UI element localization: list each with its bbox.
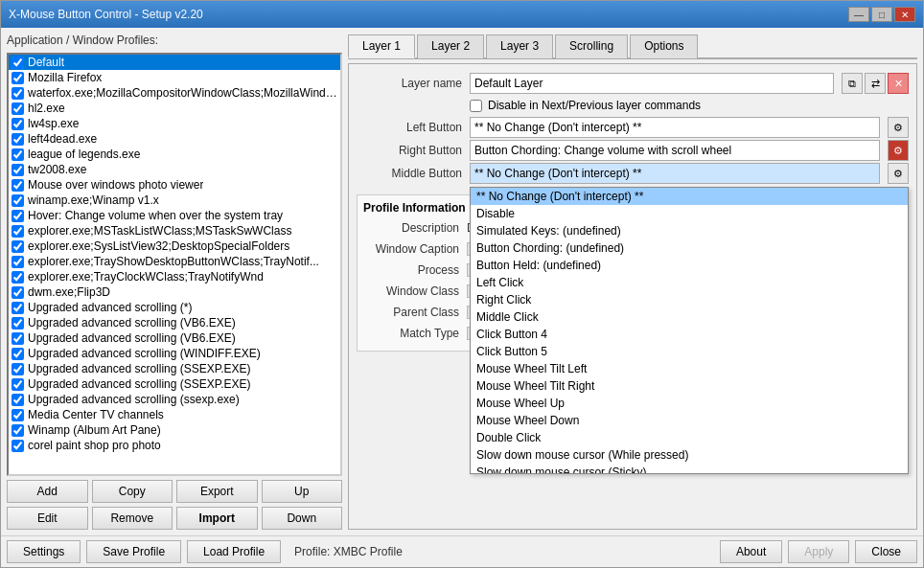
dropdown-option[interactable]: Click Button 4: [471, 326, 908, 343]
profile-checkbox[interactable]: [12, 87, 24, 100]
profile-list-item[interactable]: league of legends.exe: [9, 147, 340, 162]
profile-list-item[interactable]: explorer.exe;TrayShowDesktopButtonWClass…: [9, 254, 340, 269]
maximize-button[interactable]: □: [871, 7, 892, 22]
profile-list-item[interactable]: explorer.exe;SysListView32;DesktopSpecia…: [9, 239, 340, 254]
profile-checkbox[interactable]: [12, 72, 24, 84]
profile-checkbox[interactable]: [12, 133, 24, 146]
dropdown-list[interactable]: ** No Change (Don't intercept) **Disable…: [470, 187, 909, 474]
delete-layer-button[interactable]: ✕: [888, 73, 909, 94]
profile-checkbox[interactable]: [12, 256, 24, 268]
copy-layer-button[interactable]: ⧉: [842, 73, 863, 94]
apply-button[interactable]: Apply: [788, 540, 849, 563]
profile-checkbox[interactable]: [12, 409, 24, 421]
dropdown-option[interactable]: ** No Change (Don't intercept) **: [471, 188, 908, 205]
profile-list-item[interactable]: Media Center TV channels: [9, 407, 340, 422]
profile-checkbox[interactable]: [12, 102, 24, 115]
profile-list-item[interactable]: Upgraded advanced scrolling (VB6.EXE): [9, 330, 340, 346]
settings-icon-button[interactable]: ⚙: [888, 117, 909, 138]
profile-list-item[interactable]: Hover: Change volume when over the syste…: [9, 208, 340, 223]
dropdown-option[interactable]: Disable: [471, 205, 908, 222]
minimize-button[interactable]: —: [848, 7, 869, 22]
profile-checkbox[interactable]: [12, 164, 24, 176]
edit-button[interactable]: Edit: [7, 507, 88, 530]
profile-checkbox[interactable]: [12, 302, 24, 314]
profile-list-item[interactable]: corel paint shop pro photo: [9, 438, 340, 453]
about-button[interactable]: About: [720, 540, 782, 563]
dropdown-option[interactable]: Right Click: [471, 291, 908, 308]
profile-checkbox[interactable]: [12, 240, 24, 253]
switch-layer-button[interactable]: ⇄: [865, 73, 886, 94]
close-button[interactable]: Close: [855, 540, 917, 563]
profile-list-item[interactable]: Upgraded advanced scrolling (SSEXP.EXE): [9, 361, 340, 376]
profile-list-item[interactable]: explorer.exe;TrayClockWClass;TrayNotifyW…: [9, 269, 340, 284]
profile-checkbox[interactable]: [12, 424, 24, 437]
profile-list-item[interactable]: explorer.exe;MSTaskListWClass;MSTaskSwWC…: [9, 223, 340, 239]
close-window-button[interactable]: ✕: [894, 7, 915, 22]
profile-list-item[interactable]: left4dead.exe: [9, 131, 340, 147]
dropdown-option[interactable]: Simulated Keys: (undefined): [471, 222, 908, 239]
tab-scrolling[interactable]: Scrolling: [555, 34, 628, 58]
dropdown-option[interactable]: Double Click: [471, 429, 908, 446]
dropdown-option[interactable]: Middle Click: [471, 308, 908, 326]
profile-checkbox[interactable]: [12, 148, 24, 161]
dropdown-option[interactable]: Mouse Wheel Tilt Right: [471, 377, 908, 395]
dropdown-option[interactable]: Button Held: (undefined): [471, 257, 908, 274]
dropdown-option[interactable]: Left Click: [471, 274, 908, 291]
action-dropdown-2[interactable]: ** No Change (Don't intercept) **: [470, 163, 880, 184]
profile-checkbox[interactable]: [12, 286, 24, 299]
settings-icon-button[interactable]: ⚙: [888, 163, 909, 184]
profile-checkbox[interactable]: [12, 194, 24, 207]
profile-list-item[interactable]: Upgraded advanced scrolling (WINDIFF.EXE…: [9, 346, 340, 361]
profile-checkbox[interactable]: [12, 378, 24, 391]
profile-checkbox[interactable]: [12, 317, 24, 329]
tab-layer-3[interactable]: Layer 3: [486, 34, 553, 58]
layer-name-input[interactable]: [470, 73, 834, 94]
profile-checkbox[interactable]: [12, 348, 24, 360]
tab-layer-1[interactable]: Layer 1: [348, 34, 415, 58]
add-button[interactable]: Add: [7, 480, 88, 503]
copy-button[interactable]: Copy: [92, 480, 173, 503]
profile-list-item[interactable]: Mouse over windows photo viewer: [9, 177, 340, 193]
profile-list-item[interactable]: Winamp (Album Art Pane): [9, 422, 340, 438]
profile-checkbox[interactable]: [12, 332, 24, 345]
profile-checkbox[interactable]: [12, 179, 24, 192]
profile-checkbox[interactable]: [12, 57, 24, 69]
dropdown-option[interactable]: Click Button 5: [471, 343, 908, 360]
profile-list-item[interactable]: Default: [9, 55, 340, 70]
profiles-list[interactable]: DefaultMozilla Firefoxwaterfox.exe;Mozil…: [7, 53, 342, 476]
profile-list-item[interactable]: Upgraded advanced scrolling (SSEXP.EXE): [9, 376, 340, 392]
profile-list-item[interactable]: Upgraded advanced scrolling (*): [9, 300, 340, 315]
remove-button[interactable]: Remove: [92, 507, 173, 530]
profile-list-item[interactable]: hl2.exe: [9, 101, 340, 116]
profile-list-item[interactable]: lw4sp.exe: [9, 116, 340, 131]
profile-list-item[interactable]: dwm.exe;Flip3D: [9, 284, 340, 300]
dropdown-option[interactable]: Button Chording: (undefined): [471, 239, 908, 257]
dropdown-option[interactable]: Mouse Wheel Up: [471, 395, 908, 412]
tab-layer-2[interactable]: Layer 2: [417, 34, 484, 58]
profile-list-item[interactable]: winamp.exe;Winamp v1.x: [9, 193, 340, 208]
tab-options[interactable]: Options: [630, 34, 698, 58]
load-profile-button[interactable]: Load Profile: [187, 540, 281, 563]
save-profile-button[interactable]: Save Profile: [86, 540, 181, 563]
dropdown-option[interactable]: Slow down mouse cursor (Sticky): [471, 464, 908, 474]
import-button[interactable]: Import: [176, 507, 258, 530]
settings-icon-button[interactable]: ⚙: [888, 140, 909, 161]
action-dropdown-0[interactable]: ** No Change (Don't intercept) **: [470, 117, 880, 138]
dropdown-option[interactable]: Mouse Wheel Down: [471, 412, 908, 429]
profile-checkbox[interactable]: [12, 271, 24, 284]
action-dropdown-1[interactable]: Button Chording: Change volume with scro…: [470, 140, 880, 161]
profile-checkbox[interactable]: [12, 118, 24, 130]
dropdown-option[interactable]: Mouse Wheel Tilt Left: [471, 360, 908, 377]
profile-checkbox[interactable]: [12, 210, 24, 222]
up-button[interactable]: Up: [262, 480, 343, 503]
disable-checkbox[interactable]: [470, 100, 482, 112]
profile-checkbox[interactable]: [12, 394, 24, 406]
dropdown-option[interactable]: Slow down mouse cursor (While pressed): [471, 446, 908, 464]
profile-list-item[interactable]: Upgraded advanced scrolling (VB6.EXE): [9, 315, 340, 330]
profile-list-item[interactable]: tw2008.exe: [9, 162, 340, 177]
profile-list-item[interactable]: Upgraded advanced scrolling (ssexp.exe): [9, 392, 340, 407]
profile-checkbox[interactable]: [12, 363, 24, 375]
profile-checkbox[interactable]: [12, 440, 24, 452]
profile-list-item[interactable]: waterfox.exe;MozillaCompositorWindowClas…: [9, 85, 340, 101]
down-button[interactable]: Down: [262, 507, 343, 530]
